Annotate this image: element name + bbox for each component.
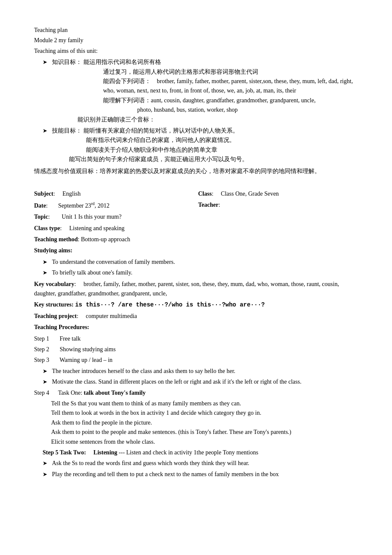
step3-bullet-1: ➤ The teacher introduces herself to the … [43,367,362,376]
studying-aim-1: ➤ To understand the conversation of fami… [43,257,362,267]
knowledge-item-3: 能四会下列词语： brother, family, father, mother… [103,77,362,96]
skill-item-3: 能阅读关于介绍人物职业和中作地点的的简单文章 [86,145,362,155]
date-value: September 23 [58,202,91,209]
subject-cell: Subject: English [34,189,198,199]
key-structures-row: Key structures: is this···? /are these··… [34,300,362,309]
step2-text: Showing studying aims [60,346,115,353]
teacher-cell: Teacher: [198,200,362,211]
aims-header: Teaching aims of this unit: [34,46,362,56]
step5-bullet-1: ➤ Ask the Ss to read the words first and… [43,459,362,468]
arrow-icon-2: ➤ [43,126,49,165]
studying-aims-list: ➤ To understand the conversation of fami… [43,257,362,278]
date-cell: Date: September 23rd, 2012 [34,200,198,211]
studying-aims-label: Studying aims: [34,247,72,254]
step5-bullet-text-2: Play the recording and tell them to put … [52,470,279,479]
skill-content: 技能目标： 能听懂有关家庭介绍的简短对话，辨认对话中的人物关系。 能有指示代词来… [52,126,362,165]
topic-row: Topic: Unit 1 Is this your mum? [34,212,362,222]
knowledge-aim-item: ➤ 知识目标： 能运用指示代词和名词所有格 通过复习，能运用人称代词的主格形式和… [43,58,362,124]
step4-text: Task One: [58,390,82,396]
arrow-icon-6: ➤ [43,377,49,387]
date-row: Date: September 23rd, 2012 Teacher: [34,200,362,211]
teaching-method-label: Teaching method [34,236,78,243]
arrow-icon: ➤ [43,58,49,124]
step5-bullet-text-1: Ask the Ss to read the words first and g… [52,459,249,468]
skill-item-4: 能写出简短的句子来介绍家庭成员，宾能正确运用大小写以及句号。 [69,155,362,164]
step4-line-2: Tell them to look at words in the box in… [51,408,362,418]
step4-content: Tell the Ss that you want them to think … [51,399,362,447]
date-label: Date [34,202,46,209]
skill-aim-item: ➤ 技能目标： 能听懂有关家庭介绍的简短对话，辨认对话中的人物关系。 能有指示代… [43,126,362,165]
skill-item-1: 能听懂有关家庭介绍的简短对话，辨认对话中的人物关系。 [84,127,239,134]
knowledge-item-6: 能识别并正确朗读三个音标： [78,115,362,124]
key-vocab-value: brother, family, father, mother, parent,… [34,281,339,297]
step2-label: Step 2 [34,346,49,353]
topic-label: Topic [34,212,48,222]
key-structures-value: is this···? /are these···?/who is this··… [75,301,265,308]
step3-bullets: ➤ The teacher introduces herself to the … [43,367,362,387]
step3-row: Step 3 Warning up / lead – in [34,356,362,365]
step3-bullet-text-2: Motivate the class. Stand in different p… [52,377,301,387]
arrow-icon-4: ➤ [43,268,49,278]
step4-label: Step 4 [34,390,49,396]
knowledge-item-4: 能理解下列词语：aunt, cousin, daughter, grandfat… [103,96,362,105]
step5-label: Step 5 Task Two: [43,449,86,456]
step5-bullets: ➤ Ask the Ss to read the words first and… [43,459,362,479]
knowledge-content: 知识目标： 能运用指示代词和名词所有格 通过复习，能运用人称代词的主格形式和形容… [52,58,362,124]
class-label: Class [198,191,212,197]
knowledge-label: 知识目标： [52,59,82,65]
subject-label: Subject [34,191,53,197]
key-vocab-label: Key vocabulary [34,281,75,287]
date-sup: rd [91,201,95,206]
knowledge-item-2: 通过复习，能运用人称代词的主格形式和形容词形物主代词 [103,67,362,77]
step4-line-5: Elicit some sentences from the whole cla… [51,437,362,447]
step4-row: Step 4 Task One: talk about Tony's famil… [34,388,362,398]
step5-text: Listening [93,449,117,456]
step3-bullet-text-1: The teacher introduces herself to the cl… [52,367,235,376]
step4-line-3: Ask them to find the people in the pictu… [51,418,362,428]
topic-value: Unit 1 Is this your mum? [62,212,121,222]
skill-label: 技能目标： [52,127,82,134]
step5-bullet-2: ➤ Play the recording and tell them to pu… [43,470,362,479]
emotion-text: 情感态度与价值观目标：培养对家庭的热爱以及对家庭成员的关心，培养对家庭不幸的同学… [34,167,362,176]
step5-row: Step 5 Task Two: Listening --- Listen an… [43,448,362,457]
studying-aim-text-1: To understand the conversation of family… [52,257,175,267]
arrow-icon-8: ➤ [43,470,49,479]
teaching-project-row: Teaching project: computer multimedia [34,312,362,321]
step2-row: Step 2 Showing studying aims [34,345,362,354]
step3-text: Warning up / lead – in [60,357,112,363]
class-type-value: Listening and speaking [69,225,124,231]
arrow-icon-7: ➤ [43,459,49,468]
knowledge-item-1: 能运用指示代词和名词所有格 [84,59,161,65]
skill-item-2: 能有指示代词来介绍自己的家庭，询问他人的家庭情况。 [86,136,362,145]
subject-value: English [63,191,81,197]
teaching-method-value: Bottom-up approach [81,236,130,243]
studying-aims-header: Studying aims: [34,246,362,255]
subject-row: Subject: English Class: Class One, Grade… [34,189,362,199]
doc-title: Teaching plan [34,26,362,35]
studying-aim-text-2: To briefly talk about one's family. [52,268,133,278]
arrow-icon-3: ➤ [43,257,49,267]
arrow-icon-5: ➤ [43,367,49,376]
teaching-project-value: computer multimedia [86,313,137,319]
class-cell: Class: Class One, Grade Seven [198,189,362,199]
step4-line-4: Ask them to point to the people and make… [51,428,362,437]
teaching-procedures-header: Teaching Procedures: [34,323,362,332]
class-type-label: Class type [34,225,60,231]
emotion-block: 情感态度与价值观目标：培养对家庭的热爱以及对家庭成员的关心，培养对家庭不幸的同学… [34,167,362,176]
doc-module: Module 2 my family [34,36,362,45]
studying-aim-2: ➤ To briefly talk about one's family. [43,268,362,278]
teacher-label: Teacher [198,202,219,208]
step1-text: Free talk [60,335,81,342]
key-vocab-row: Key vocabulary: brother, family, father,… [34,280,362,299]
step1-label: Step 1 [34,335,49,342]
teaching-project-label: Teaching project [34,313,77,319]
blank-divider [34,179,362,189]
class-value: Class One, Grade Seven [221,191,279,197]
step5-rest: --- Listen and check in activity 1the pe… [119,449,258,456]
step3-label: Step 3 [34,357,49,363]
key-structures-label: Key structures: [34,301,74,308]
class-type-row: Class type: Listening and speaking [34,224,362,233]
date-year: , 2012 [95,202,110,209]
step1-row: Step 1 Free talk [34,334,362,344]
step4-line-1: Tell the Ss that you want them to think … [51,399,362,408]
